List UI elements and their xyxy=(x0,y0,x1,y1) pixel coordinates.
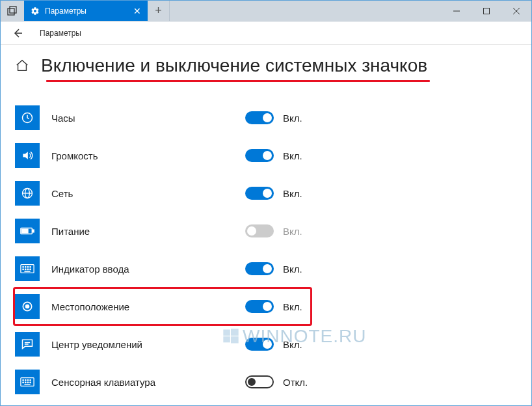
toggle-wrap: Вкл. xyxy=(245,224,302,237)
keyboard-icon xyxy=(15,256,40,281)
toggle-wrap: Вкл. xyxy=(245,300,302,313)
svg-point-32 xyxy=(30,380,31,381)
toggle-wrap: Вкл. xyxy=(245,187,302,200)
toggle-state-label: Вкл. xyxy=(283,339,302,350)
back-button[interactable] xyxy=(10,25,25,41)
setting-label: Индикатор ввода xyxy=(51,264,233,275)
setting-label: Местоположение xyxy=(51,301,233,312)
svg-point-34 xyxy=(25,382,26,383)
breadcrumb-label: Параметры xyxy=(40,29,81,38)
home-icon[interactable] xyxy=(15,59,29,73)
svg-point-31 xyxy=(27,380,28,381)
setting-label: Сеть xyxy=(51,188,233,199)
setting-label: Питание xyxy=(51,226,233,237)
toggle-volume[interactable] xyxy=(245,149,274,162)
app-icon xyxy=(1,1,24,21)
svg-point-16 xyxy=(25,267,26,267)
toggle-state-label: Вкл. xyxy=(283,264,302,275)
content: Включение и выключение системных значков… xyxy=(1,45,531,401)
svg-rect-3 xyxy=(484,8,490,14)
toggle-wrap: Вкл. xyxy=(245,338,302,351)
svg-rect-12 xyxy=(33,230,34,232)
setting-row-network: СетьВкл. xyxy=(15,174,517,212)
maximize-button[interactable] xyxy=(472,1,501,21)
toggle-wrap: Вкл. xyxy=(245,149,302,162)
toggle-location[interactable] xyxy=(245,300,274,313)
clock-icon xyxy=(15,105,40,130)
new-tab-button[interactable]: + xyxy=(148,1,170,21)
svg-rect-13 xyxy=(22,229,28,233)
svg-point-36 xyxy=(30,382,31,383)
settings-list: ЧасыВкл.ГромкостьВкл.СетьВкл.ПитаниеВкл.… xyxy=(15,99,517,401)
tab-title: Параметры xyxy=(45,7,127,16)
toggle-state-label: Вкл. xyxy=(283,113,302,124)
toggle-clock[interactable] xyxy=(245,111,274,124)
svg-point-19 xyxy=(23,269,23,269)
svg-rect-0 xyxy=(8,8,14,15)
setting-row-clock: ЧасыВкл. xyxy=(15,99,517,137)
toggle-touch-keyboard[interactable] xyxy=(245,375,274,388)
toggle-wrap: Вкл. xyxy=(245,262,302,275)
window-controls xyxy=(442,1,531,21)
setting-label: Громкость xyxy=(51,150,233,161)
toggle-wrap: Откл. xyxy=(245,375,308,388)
titlebar: Параметры ✕ + xyxy=(1,1,531,21)
svg-rect-1 xyxy=(10,7,16,13)
toggle-state-label: Вкл. xyxy=(283,188,302,199)
svg-point-17 xyxy=(27,267,28,267)
setting-label: Часы xyxy=(51,113,233,124)
keyboard-icon xyxy=(15,370,40,394)
globe-icon xyxy=(15,181,40,206)
message-icon xyxy=(15,332,40,357)
svg-point-21 xyxy=(27,269,28,269)
toggle-action-center[interactable] xyxy=(245,338,274,351)
svg-point-35 xyxy=(27,382,28,383)
svg-point-15 xyxy=(23,267,23,267)
battery-icon xyxy=(15,219,40,243)
breadcrumb: Параметры xyxy=(1,21,531,45)
toggle-network[interactable] xyxy=(245,187,274,200)
svg-point-25 xyxy=(26,305,29,308)
setting-row-location: МестоположениеВкл. xyxy=(15,288,517,325)
location-icon xyxy=(15,294,40,319)
toggle-state-label: Вкл. xyxy=(283,301,302,312)
toggle-state-label: Вкл. xyxy=(283,226,302,237)
close-button[interactable] xyxy=(501,1,531,21)
title-underline xyxy=(46,80,430,82)
svg-point-29 xyxy=(23,380,23,381)
toggle-state-label: Вкл. xyxy=(283,150,302,161)
page-title: Включение и выключение системных значков xyxy=(41,55,427,76)
gear-icon xyxy=(31,7,40,16)
minimize-button[interactable] xyxy=(442,1,472,21)
setting-row-touch-keyboard: Сенсорная клавиатураОткл. xyxy=(15,363,517,401)
toggle-input[interactable] xyxy=(245,262,274,275)
active-tab[interactable]: Параметры ✕ xyxy=(24,1,148,21)
titlebar-left: Параметры ✕ + xyxy=(1,1,170,21)
heading-row: Включение и выключение системных значков xyxy=(15,55,517,76)
setting-label: Сенсорная клавиатура xyxy=(51,377,233,388)
setting-label: Центр уведомлений xyxy=(51,339,233,350)
volume-icon xyxy=(15,143,40,168)
svg-point-33 xyxy=(23,382,23,383)
toggle-wrap: Вкл. xyxy=(245,111,302,124)
setting-row-volume: ГромкостьВкл. xyxy=(15,137,517,174)
toggle-power xyxy=(245,224,274,237)
setting-row-action-center: Центр уведомленийВкл. xyxy=(15,325,517,363)
svg-point-18 xyxy=(30,267,31,267)
svg-point-30 xyxy=(25,380,26,381)
setting-row-input: Индикатор вводаВкл. xyxy=(15,250,517,288)
toggle-state-label: Откл. xyxy=(283,377,308,388)
svg-point-22 xyxy=(30,269,31,269)
tab-close-button[interactable]: ✕ xyxy=(132,6,142,16)
setting-row-power: ПитаниеВкл. xyxy=(15,212,517,250)
svg-point-20 xyxy=(25,269,26,269)
